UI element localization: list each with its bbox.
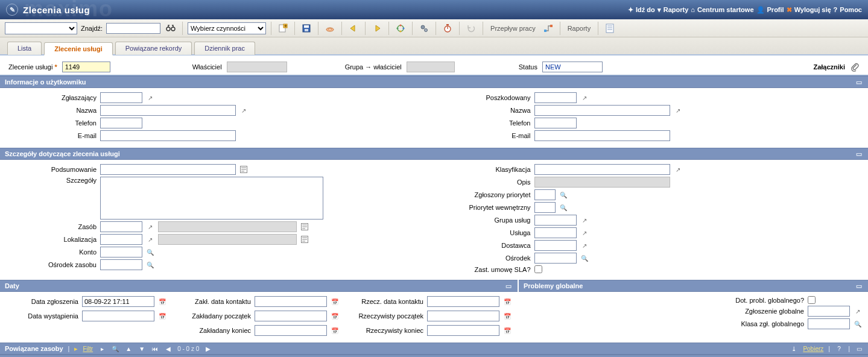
classification-input[interactable] xyxy=(534,164,670,175)
save-icon[interactable] xyxy=(300,22,313,35)
report-page-icon[interactable] xyxy=(603,22,616,35)
workflow-label[interactable]: Przepływ pracy xyxy=(488,25,538,32)
tab-related[interactable]: Powiązane rekordy xyxy=(115,42,192,55)
details-textarea[interactable] xyxy=(100,177,323,220)
nav-goto[interactable]: Idź do xyxy=(636,6,655,13)
next-record-icon[interactable] xyxy=(370,22,384,35)
minimize-icon[interactable]: ▭ xyxy=(855,78,863,86)
vendor-input[interactable] xyxy=(534,240,577,251)
lookup-icon[interactable]: 🔍 xyxy=(580,254,589,262)
assetsite-input[interactable] xyxy=(100,259,142,270)
detail-menu-icon[interactable]: ↗ xyxy=(146,235,154,244)
stopwatch-icon[interactable] xyxy=(441,22,454,35)
actual-contact-input[interactable] xyxy=(427,296,499,307)
tab-sr[interactable]: Zlecenie usługi xyxy=(44,42,112,55)
apply-sla-checkbox[interactable] xyxy=(534,265,542,273)
reports-label[interactable]: Raporty xyxy=(565,25,594,32)
lookup-icon[interactable]: 🔍 xyxy=(559,191,568,199)
help-icon[interactable]: ? xyxy=(835,344,843,353)
reportedby-input[interactable] xyxy=(100,92,142,103)
minimize-icon[interactable]: ▭ xyxy=(855,282,863,290)
target-finish-input[interactable] xyxy=(255,325,327,336)
detail-menu-icon[interactable]: ↗ xyxy=(580,216,589,224)
detail-menu-icon[interactable]: ↗ xyxy=(674,165,682,174)
filter-link[interactable]: Filtr xyxy=(83,346,93,352)
actual-finish-input[interactable] xyxy=(427,325,499,336)
reported-priority-input[interactable] xyxy=(534,189,556,200)
target-start-input[interactable] xyxy=(255,311,327,321)
download-icon[interactable]: ⤓ xyxy=(790,344,798,353)
detail-menu-icon[interactable]: ↗ xyxy=(674,106,682,115)
calendar-icon[interactable]: 📅 xyxy=(331,312,339,320)
detail-menu-icon[interactable]: ↗ xyxy=(239,106,248,115)
service-input[interactable] xyxy=(534,227,577,238)
quick-select[interactable] xyxy=(5,22,77,34)
calendar-icon[interactable]: 📅 xyxy=(158,297,166,306)
global-class-input[interactable] xyxy=(808,318,850,329)
lookup-icon[interactable]: 🔍 xyxy=(854,320,862,328)
select-action[interactable]: Wybierz czynności xyxy=(188,22,266,34)
gears-icon[interactable] xyxy=(417,22,431,35)
prev-page-icon[interactable]: ◀ xyxy=(164,344,173,353)
reported-date-input[interactable] xyxy=(82,296,154,307)
actual-start-input[interactable] xyxy=(427,311,499,321)
tab-log[interactable]: Dziennik prac xyxy=(194,42,255,55)
binoculars-icon[interactable]: 🔍 xyxy=(111,344,119,353)
detail-menu-icon[interactable]: ↗ xyxy=(580,93,589,102)
nav-reports[interactable]: Raporty xyxy=(664,6,689,13)
site-input[interactable] xyxy=(534,253,577,264)
calendar-icon[interactable]: 📅 xyxy=(503,297,512,306)
asset-input[interactable] xyxy=(100,221,142,232)
first-page-icon[interactable]: ⏮ xyxy=(151,344,159,353)
nav-profile[interactable]: Profil xyxy=(767,6,784,13)
reportedby-email-input[interactable] xyxy=(100,130,236,141)
calendar-icon[interactable]: 📅 xyxy=(158,312,166,320)
affected-name-input[interactable] xyxy=(534,105,670,116)
next-page-icon[interactable]: ▶ xyxy=(204,344,212,353)
binoculars-icon[interactable] xyxy=(164,22,177,35)
reportedby-name-input[interactable] xyxy=(100,105,236,116)
affected-phone-input[interactable] xyxy=(534,118,577,128)
location-input[interactable] xyxy=(100,234,142,245)
sr-id-input[interactable] xyxy=(62,62,110,72)
nav-logout[interactable]: Wyloguj się xyxy=(794,6,831,13)
chevron-right-icon[interactable]: ▸ xyxy=(98,344,106,353)
detail-menu-icon[interactable]: ↗ xyxy=(580,241,589,250)
minimize-icon[interactable]: ▭ xyxy=(504,282,513,290)
calendar-icon[interactable]: 📅 xyxy=(331,297,339,306)
download-link[interactable]: Pobierz xyxy=(803,346,823,352)
detail-menu-icon[interactable]: ↗ xyxy=(146,93,154,102)
service-group-input[interactable] xyxy=(534,215,577,226)
clear-icon[interactable] xyxy=(323,22,337,35)
minimize-icon[interactable]: ▭ xyxy=(855,150,863,158)
prev-record-icon[interactable] xyxy=(347,22,360,35)
calendar-icon[interactable]: 📅 xyxy=(503,326,512,335)
affected-email-input[interactable] xyxy=(534,130,670,141)
new-record-icon[interactable]: ✚ xyxy=(276,22,290,35)
nav-help[interactable]: Pomoc xyxy=(840,6,862,13)
affected-input[interactable] xyxy=(534,92,577,103)
tab-list[interactable]: Lista xyxy=(7,42,42,55)
longdesc-icon[interactable] xyxy=(300,235,309,244)
maximize-icon[interactable]: ▭ xyxy=(855,344,863,353)
detail-menu-icon[interactable]: ↗ xyxy=(854,307,862,315)
undo-icon[interactable] xyxy=(464,22,478,35)
detail-menu-icon[interactable]: ↗ xyxy=(580,229,589,237)
summary-input[interactable] xyxy=(100,164,236,175)
sort-up-icon[interactable]: ▲ xyxy=(124,344,133,353)
account-input[interactable] xyxy=(100,247,142,257)
lookup-icon[interactable]: 🔍 xyxy=(559,203,568,212)
nav-start[interactable]: Centrum startowe xyxy=(697,6,754,13)
longdesc-icon[interactable] xyxy=(239,165,248,174)
paperclip-icon[interactable] xyxy=(850,62,860,72)
calendar-icon[interactable]: 📅 xyxy=(331,326,339,335)
find-input[interactable] xyxy=(106,23,160,34)
internal-priority-input[interactable] xyxy=(534,202,556,213)
route-icon[interactable] xyxy=(542,22,555,35)
status-field[interactable] xyxy=(542,62,603,72)
detail-menu-icon[interactable]: ↗ xyxy=(146,223,154,231)
isglobal-checkbox[interactable] xyxy=(808,296,816,304)
longdesc-icon[interactable] xyxy=(300,223,309,231)
reportedby-phone-input[interactable] xyxy=(100,118,142,128)
occurred-date-input[interactable] xyxy=(82,311,154,321)
